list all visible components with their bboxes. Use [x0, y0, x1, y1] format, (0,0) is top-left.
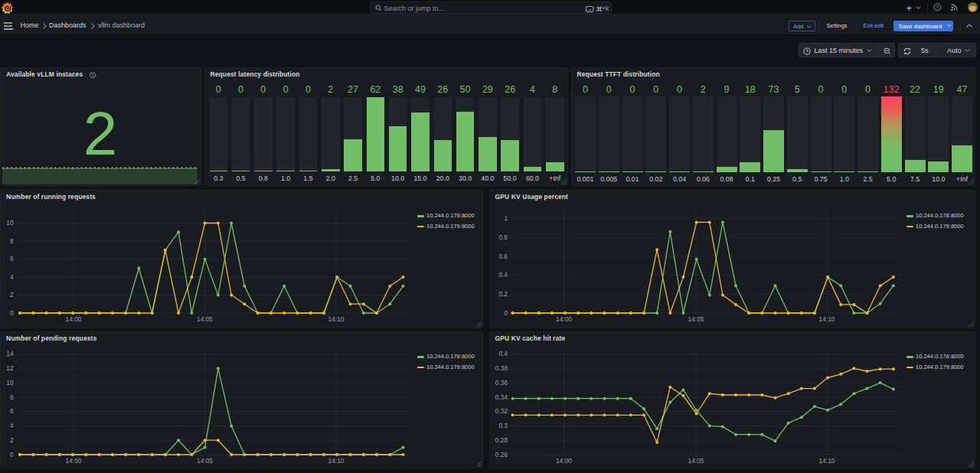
svg-text:14:10: 14:10 — [328, 315, 345, 323]
svg-text:0: 0 — [10, 308, 14, 316]
svg-text:1: 1 — [504, 214, 508, 222]
svg-text:0.26: 0.26 — [495, 450, 508, 458]
svg-text:0.28: 0.28 — [495, 436, 508, 444]
svg-text:0.32: 0.32 — [495, 407, 508, 415]
svg-text:4: 4 — [10, 422, 14, 429]
svg-text:?: ? — [936, 5, 939, 10]
svg-text:0.34: 0.34 — [495, 393, 508, 400]
svg-text:8: 8 — [10, 393, 14, 400]
svg-text:6: 6 — [10, 407, 14, 415]
svg-text:14:10: 14:10 — [818, 315, 835, 323]
svg-text:0.6: 0.6 — [498, 252, 508, 259]
svg-text:10: 10 — [6, 378, 14, 386]
svg-text:14:00: 14:00 — [556, 457, 572, 465]
svg-text:14:05: 14:05 — [688, 457, 704, 465]
svg-text:0.4: 0.4 — [498, 271, 508, 279]
svg-text:0.8: 0.8 — [498, 233, 508, 241]
svg-text:14:10: 14:10 — [328, 457, 345, 465]
svg-text:14:05: 14:05 — [688, 315, 704, 323]
svg-text:14:00: 14:00 — [66, 457, 82, 465]
svg-text:0.38: 0.38 — [495, 364, 508, 372]
svg-text:0.3: 0.3 — [498, 422, 508, 429]
svg-text:0.36: 0.36 — [495, 378, 508, 386]
svg-text:14:10: 14:10 — [818, 457, 835, 465]
svg-text:10: 10 — [6, 219, 14, 227]
svg-text:14: 14 — [6, 350, 14, 357]
svg-text:6: 6 — [10, 255, 14, 263]
svg-text:4: 4 — [10, 272, 14, 280]
svg-text:0: 0 — [10, 450, 14, 458]
svg-text:8: 8 — [10, 236, 14, 244]
svg-text:0.2: 0.2 — [498, 290, 508, 298]
svg-text:14:05: 14:05 — [197, 457, 213, 465]
svg-text:14:00: 14:00 — [66, 315, 82, 323]
svg-text:14:05: 14:05 — [197, 315, 213, 323]
svg-text:2: 2 — [10, 436, 14, 444]
svg-text:14:00: 14:00 — [556, 315, 572, 323]
svg-text:2: 2 — [10, 291, 14, 298]
svg-text:12: 12 — [6, 364, 14, 372]
svg-text:0: 0 — [504, 308, 508, 316]
svg-text:0.4: 0.4 — [498, 350, 508, 357]
